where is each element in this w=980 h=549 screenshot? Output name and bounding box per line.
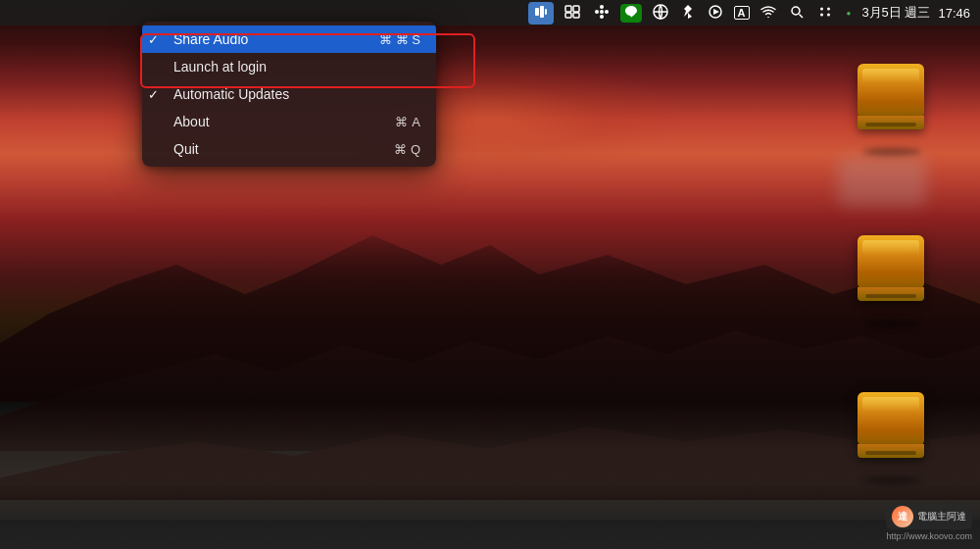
quit-cmd-symbol: ⌘ [394,142,407,157]
vpn-icon[interactable] [650,4,671,23]
svg-rect-6 [573,13,579,18]
menu-item-quit[interactable]: Quit ⌘ Q [142,135,436,163]
watermark-url: http://www.koovo.com [886,531,972,541]
svg-marker-13 [713,9,719,15]
drive-base-3 [858,444,924,458]
drive-base-1 [858,116,924,129]
auto-update-check-icon: ✓ [148,87,159,102]
menu-item-about[interactable]: About ⌘ A [142,108,436,135]
soundsource-menubar-icon[interactable] [528,2,554,25]
dropdown-menu-container: ✓ Share Audio ⌘ ⌘ S Launch at login ✓ Au… [142,22,436,167]
svg-point-9 [600,15,604,19]
svg-point-10 [595,10,599,14]
text-input-icon[interactable]: A [734,6,750,20]
line-app-icon[interactable] [620,4,642,23]
blurred-drive [838,157,926,206]
check-icon: ✓ [148,32,159,47]
watermark-circle: 達 [892,506,913,527]
desktop: A [0,0,980,549]
svg-rect-2 [545,9,547,15]
drive-body-3 [858,392,924,446]
battery-dot: ● [844,9,855,18]
about-cmd-symbol: ⌘ [395,115,408,129]
svg-rect-5 [565,13,571,18]
drive-base-2 [858,287,924,301]
menubar-time: 17:46 [938,6,970,21]
about-label: About [158,114,395,129]
quit-label: Quit [158,141,394,157]
drive-item-3[interactable] [858,392,926,484]
launch-at-login-label: Launch at login [158,59,420,75]
quit-shortcut: ⌘ Q [394,142,420,157]
play-icon[interactable] [705,4,726,23]
automatic-updates-label: Automatic Updates [158,86,420,102]
drive-shadow-3 [862,476,921,484]
drive-shadow-1 [862,148,921,156]
menubar-right: A [528,2,970,25]
watermark: 達 電腦主阿達 http://www.koovo.com [886,504,972,541]
menubar-date: 3月5日 週三 [861,4,930,22]
menu-item-launch-at-login[interactable]: Launch at login [142,53,436,80]
svg-point-19 [827,13,830,16]
menu-item-share-audio[interactable]: ✓ Share Audio ⌘ ⌘ S [142,25,436,53]
watermark-site: 電腦主阿達 [917,510,966,524]
drive-icon-1 [858,64,926,142]
drive-icon-2 [858,235,926,314]
svg-point-18 [820,13,823,16]
svg-point-11 [605,10,609,14]
search-icon[interactable] [787,5,807,22]
drive-body-1 [858,64,924,118]
svg-point-16 [820,7,823,10]
svg-rect-0 [535,8,539,16]
drive-item-2[interactable] [858,235,926,327]
about-shortcut: ⌘ A [395,115,420,129]
share-audio-label: Share Audio [158,31,379,47]
drive-shadow-2 [862,320,921,327]
svg-rect-1 [540,6,544,18]
drive-icon-3 [858,392,926,471]
bluetooth-icon[interactable] [679,4,697,23]
svg-rect-4 [573,6,579,12]
svg-point-17 [827,7,830,10]
drive-item-1[interactable] [858,64,926,156]
svg-point-7 [600,10,604,14]
control-center-icon[interactable] [814,4,836,23]
window-icon[interactable] [562,4,583,23]
menu-item-automatic-updates[interactable]: ✓ Automatic Updates [142,80,436,108]
svg-point-14 [792,7,800,15]
drive-body-2 [858,235,924,289]
flower-icon[interactable] [591,4,612,23]
wifi-icon[interactable] [758,4,779,23]
watermark-badge: 達 電腦主阿達 [886,504,972,529]
svg-rect-3 [565,6,571,12]
svg-line-15 [799,14,803,18]
share-audio-shortcut: ⌘ ⌘ S [379,32,420,47]
cmd-symbol: ⌘ [379,32,392,47]
svg-point-8 [600,5,604,9]
dropdown-menu: ✓ Share Audio ⌘ ⌘ S Launch at login ✓ Au… [142,22,436,167]
fog-layer [0,402,980,520]
